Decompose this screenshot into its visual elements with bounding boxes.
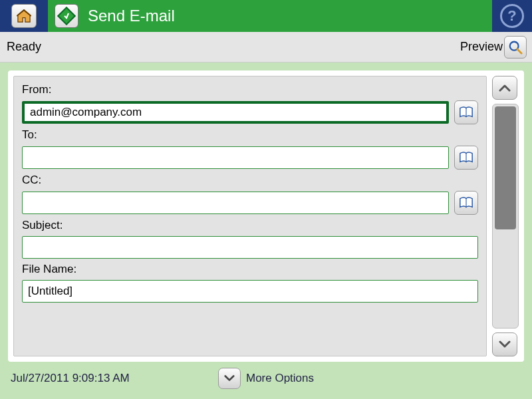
book-icon — [459, 197, 473, 209]
chevron-up-icon — [499, 83, 511, 92]
home-icon — [17, 9, 31, 23]
from-row — [22, 100, 478, 124]
to-input[interactable] — [22, 146, 449, 169]
scroll-column — [492, 76, 519, 356]
start-diamond-icon — [57, 7, 76, 25]
help-icon: ? — [507, 7, 516, 25]
book-icon — [459, 152, 473, 164]
from-input[interactable] — [22, 101, 449, 124]
scroll-down-button[interactable] — [492, 332, 517, 356]
to-addressbook-button[interactable] — [454, 146, 478, 170]
chevron-down-icon — [499, 340, 511, 349]
form-panel-outer: From: To: — [8, 70, 524, 362]
help-button[interactable]: ? — [500, 4, 524, 28]
start-button[interactable] — [55, 4, 78, 28]
svg-rect-0 — [58, 7, 74, 24]
more-options-button[interactable] — [218, 368, 241, 389]
help-bar: ? — [492, 0, 532, 32]
status-text: Ready — [7, 40, 41, 54]
preview-label: Preview — [460, 40, 503, 54]
magnifier-icon — [508, 40, 523, 55]
subject-input[interactable] — [22, 236, 478, 259]
filename-input[interactable] — [22, 280, 478, 303]
status-bar: Ready Preview — [0, 32, 532, 63]
home-button[interactable] — [11, 4, 37, 28]
home-bar — [0, 0, 48, 32]
form-panel: From: To: — [13, 76, 487, 356]
to-label: To: — [22, 128, 478, 142]
header-bar: Send E-mail ? — [0, 0, 532, 32]
more-options-group: More Options — [218, 368, 314, 389]
subject-row — [22, 236, 478, 259]
from-label: From: — [22, 83, 478, 96]
content-area: From: To: — [0, 63, 532, 399]
more-options-label: More Options — [246, 372, 314, 385]
scrollbar-track[interactable] — [492, 104, 519, 329]
preview-button[interactable] — [504, 36, 527, 59]
cc-row — [22, 191, 478, 215]
to-row — [22, 146, 478, 170]
preview-group: Preview — [460, 36, 527, 59]
cc-label: CC: — [22, 174, 478, 187]
filename-label: File Name: — [22, 263, 478, 276]
scrollbar-thumb[interactable] — [495, 106, 516, 229]
timestamp-text: Jul/27/2011 9:09:13 AM — [11, 372, 130, 385]
filename-row — [22, 280, 478, 303]
from-addressbook-button[interactable] — [454, 100, 478, 124]
svg-line-2 — [517, 49, 521, 53]
cc-input[interactable] — [22, 192, 449, 214]
subject-label: Subject: — [22, 219, 478, 232]
footer-bar: Jul/27/2011 9:09:13 AM More Options — [8, 362, 524, 391]
title-bar: Send E-mail — [48, 0, 492, 32]
book-icon — [459, 106, 473, 118]
page-title: Send E-mail — [88, 7, 175, 25]
scroll-up-button[interactable] — [492, 76, 517, 100]
cc-addressbook-button[interactable] — [454, 191, 478, 215]
chevron-down-icon — [224, 374, 235, 382]
